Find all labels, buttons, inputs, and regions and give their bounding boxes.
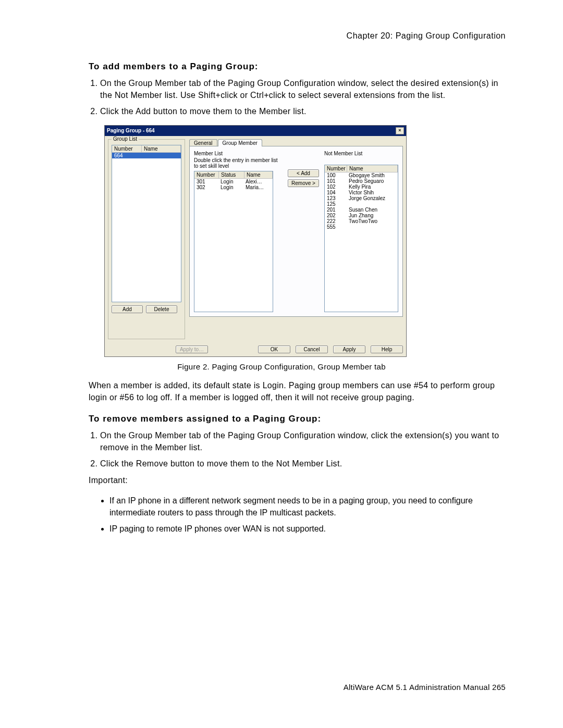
add-step-2: Click the Add button to move them to the…: [100, 105, 506, 117]
add-button[interactable]: < Add: [288, 169, 319, 177]
page-header: Chapter 20: Paging Group Configuration: [57, 31, 506, 41]
help-button[interactable]: Help: [371, 346, 403, 353]
tab-group-member[interactable]: Group Member: [218, 139, 262, 146]
list-item[interactable]: 222TwoTwoTwo: [325, 218, 398, 224]
list-item[interactable]: 101Pedro Seguaro: [325, 178, 398, 184]
remove-step-2: Click the Remove button to move them to …: [100, 458, 506, 470]
tabs: General Group Member: [189, 139, 403, 146]
list-item[interactable]: 100Gbogaye Smith: [325, 172, 398, 178]
not-member-list[interactable]: Number Name 100Gbogaye Smith101Pedro Seg…: [324, 165, 398, 312]
paragraph-login-state: When a member is added, its default stat…: [89, 379, 506, 403]
close-icon[interactable]: ×: [396, 127, 404, 134]
important-label: Important:: [89, 474, 506, 486]
list-item[interactable]: 301 Login Alexi…: [194, 179, 273, 184]
group-list-row[interactable]: 664: [112, 153, 181, 158]
list-item[interactable]: 125: [325, 201, 398, 207]
group-list-legend: Group List: [112, 136, 139, 142]
add-step-1: On the Group Member tab of the Paging Gr…: [100, 77, 506, 101]
list-item[interactable]: 104Victor Shih: [325, 190, 398, 195]
dialog-titlebar: Paging Group - 664 ×: [105, 126, 406, 136]
ok-button[interactable]: OK: [258, 346, 290, 353]
page-footer: AltiWare ACM 5.1 Administration Manual 2…: [344, 683, 506, 692]
heading-remove-members: To remove members assigned to a Paging G…: [89, 414, 506, 424]
group-list-add-button[interactable]: Add: [112, 305, 143, 313]
list-item[interactable]: 302 Login Maria…: [194, 184, 273, 190]
member-list[interactable]: Number Status Name 301 Login Alexi…: [194, 171, 273, 312]
dialog-screenshot: Paging Group - 664 × Group List Number N…: [104, 125, 407, 357]
group-list-fieldset: Group List Number Name 664 Add Del: [108, 139, 185, 339]
note-2: IP paging to remote IP phones over WAN i…: [109, 523, 506, 535]
list-item[interactable]: 202Jun Zhang: [325, 213, 398, 218]
not-member-list-label: Not Member List: [324, 151, 398, 156]
figure-caption: Figure 2. Paging Group Configuration, Gr…: [57, 362, 506, 371]
list-item[interactable]: 201Susan Chen: [325, 207, 398, 213]
heading-add-members: To add members to a Paging Group:: [89, 61, 506, 72]
member-list-hint: Double click the entry in member list to…: [194, 157, 283, 169]
dialog-title: Paging Group - 664: [107, 128, 155, 133]
member-list-label: Member List: [194, 151, 283, 156]
remove-step-1: On the Group Member tab of the Paging Gr…: [100, 429, 506, 453]
group-list[interactable]: Number Name 664: [112, 145, 181, 302]
tab-general[interactable]: General: [189, 139, 217, 146]
group-list-delete-button[interactable]: Delete: [146, 305, 177, 313]
note-1: If an IP phone in a different network se…: [109, 495, 506, 519]
important-notes: If an IP phone in a different network se…: [99, 495, 506, 535]
remove-button[interactable]: Remove >: [288, 179, 319, 187]
remove-steps-list: On the Group Member tab of the Paging Gr…: [89, 429, 506, 470]
apply-button[interactable]: Apply: [333, 346, 365, 353]
group-list-col-number: Number: [112, 145, 142, 152]
add-steps-list: On the Group Member tab of the Paging Gr…: [89, 77, 506, 118]
cancel-button[interactable]: Cancel: [296, 346, 328, 353]
list-item[interactable]: 102Kelly Pira: [325, 184, 398, 190]
apply-to-button[interactable]: Apply to…: [176, 346, 208, 353]
list-item[interactable]: 555: [325, 224, 398, 230]
list-item[interactable]: 123Jorge Gonzalez: [325, 195, 398, 201]
group-list-col-name: Name: [142, 145, 181, 152]
